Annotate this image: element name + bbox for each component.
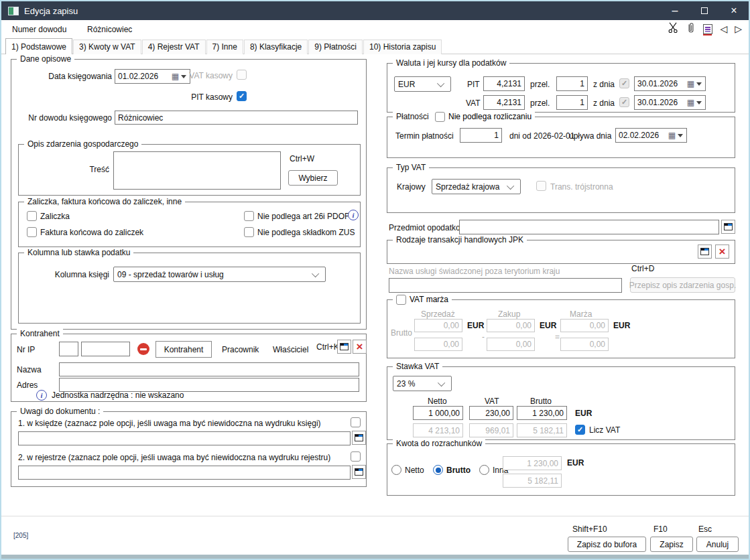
brutto-pln-input — [517, 423, 567, 437]
marza-sprzedaz-1-input — [414, 319, 462, 332]
close-button[interactable]: × — [719, 1, 749, 20]
vat-marza-checkbox[interactable] — [396, 295, 406, 305]
group-title: Płatności — [393, 112, 432, 122]
wybierz-button[interactable]: Wybierz — [288, 170, 338, 186]
licz-vat-checkbox[interactable] — [575, 425, 585, 435]
tab-platnosci[interactable]: 9) Płatności — [308, 40, 363, 54]
col-netto-header: Netto — [428, 397, 447, 406]
radio-brutto[interactable] — [433, 465, 443, 475]
przel-label: przel. — [530, 98, 550, 108]
group-title: Kolumna lub stawka podatku — [24, 248, 133, 258]
vat-input[interactable] — [469, 406, 513, 420]
faktura-koncowa-checkbox[interactable] — [27, 227, 37, 237]
maximize-button[interactable] — [690, 1, 719, 20]
nazwa-uslugi-input[interactable] — [389, 278, 622, 293]
next-record-button[interactable]: ▷ — [735, 24, 742, 33]
cancel-button[interactable]: Anuluj — [696, 537, 739, 552]
attachment-icon[interactable] — [686, 22, 696, 36]
group-title: Zaliczka, faktura końcowa do zaliczek, i… — [24, 197, 185, 207]
adres-input[interactable] — [59, 378, 359, 392]
pit-rate-date-input[interactable]: 30.01.2026 ▦ — [634, 76, 706, 91]
window-icon — [340, 343, 349, 350]
pit-kasowy-label: PIT kasowy — [149, 92, 233, 102]
termin-platnosci-input[interactable] — [460, 128, 502, 143]
tab-rejestr-vat[interactable]: 4) Rejestr VAT — [142, 40, 206, 54]
brutto-input[interactable] — [517, 406, 567, 420]
previous-record-button[interactable]: ◁ — [720, 24, 727, 33]
pit-mult-input[interactable] — [556, 76, 588, 91]
pit-kasowy-checkbox[interactable] — [237, 91, 247, 101]
kontrahent-type-pracownik[interactable]: Pracownik — [222, 345, 259, 354]
netto-input[interactable] — [413, 406, 463, 420]
currency-select[interactable]: EUR — [394, 76, 451, 92]
kolumna-ksiegi-select[interactable]: 09 - sprzedaż towarów i usług — [113, 267, 326, 282]
uwaga-ksiega-checkbox[interactable] — [351, 417, 361, 427]
uwaga-ksiega-open-button[interactable] — [352, 431, 366, 445]
jpk-open-button[interactable] — [698, 244, 712, 259]
kontrahent-type-wlasciciel[interactable]: Właściciel — [273, 345, 308, 354]
typ-vat-select[interactable]: Sprzedaż krajowa — [432, 179, 521, 194]
radio-brutto-label: Brutto — [446, 466, 471, 475]
radio-inna[interactable] — [479, 465, 489, 475]
tab-inne[interactable]: 7) Inne — [206, 40, 243, 54]
info-icon[interactable]: i — [348, 210, 359, 220]
stawka-vat-select[interactable]: 23 % — [393, 376, 452, 391]
remove-contractor-button[interactable]: × — [353, 340, 367, 354]
date-value: 02.02.2026 — [619, 131, 668, 140]
uwaga-rejestr-open-button[interactable] — [352, 465, 366, 479]
radio-netto[interactable] — [391, 465, 401, 475]
trans-trojstronna-label: Trans. trójstronna — [550, 182, 613, 192]
save-button[interactable]: Zapisz — [650, 537, 693, 552]
posting-date-label: Data księgowania — [18, 72, 112, 81]
col-zakup-header: Zakup — [498, 309, 520, 319]
uwaga-rejestr-label: 2. w rejestrze (zaznacz pole opcji, jeśl… — [18, 453, 330, 462]
dropdown-arrow-icon — [678, 134, 683, 137]
cut-icon[interactable] — [668, 22, 679, 36]
tab-historia-zapisu[interactable]: 10) Historia zapisu — [363, 40, 442, 54]
selected-value: EUR — [398, 80, 415, 89]
save-shortcut-label: F10 — [653, 524, 668, 534]
date-value: 30.01.2026 — [637, 98, 687, 107]
vat-mult-input[interactable] — [556, 95, 588, 110]
nr-ip-prefix-input[interactable] — [59, 342, 78, 356]
zaliczka-checkbox[interactable] — [27, 211, 37, 221]
bottom-strip — [1, 555, 749, 559]
doc-proof-number-input[interactable] — [115, 111, 358, 125]
minimize-button[interactable]: – — [660, 1, 690, 20]
nazwa-label: Nazwa — [17, 365, 42, 374]
group-stawka-vat: Stawka VAT 23 % Netto VAT Brutto EUR Lic… — [387, 366, 735, 440]
group-title: Kwota do rozrachunków — [393, 439, 485, 449]
info-icon: i — [36, 390, 47, 401]
nie-podlega-rozliczaniu-checkbox[interactable] — [435, 112, 445, 122]
kontrahent-type-selected[interactable]: Kontrahent — [155, 341, 212, 358]
clear-contractor-icon[interactable] — [137, 343, 149, 355]
nr-ip-input[interactable] — [81, 342, 130, 356]
jpk-remove-button[interactable]: × — [715, 244, 729, 259]
save-to-buffer-button[interactable]: Zapisz do bufora — [568, 537, 646, 552]
zus-checkbox[interactable] — [244, 227, 254, 237]
tab-klasyfikacje[interactable]: 8) Klasyfikacje — [244, 40, 308, 54]
group-kontrahent: Kontrahent Nr IP Kontrahent Pracownik Wł… — [11, 334, 367, 402]
vat-rate-input[interactable] — [483, 95, 525, 110]
nazwa-input[interactable] — [59, 362, 359, 376]
group-jpk: Rodzaje transakcji handlowych JPK × — [387, 240, 735, 264]
vat-rate-date-input[interactable]: 30.01.2026 ▦ — [634, 95, 706, 110]
footer-separator — [1, 516, 749, 516]
tresc-textarea[interactable] — [113, 151, 281, 190]
due-date-input[interactable]: 02.02.2026 ▦ — [615, 128, 687, 143]
uwaga-rejestr-input[interactable] — [18, 466, 351, 480]
col-brutto-header: Brutto — [530, 397, 552, 406]
group-title: Waluta i jej kursy dla podatków — [393, 58, 509, 68]
open-contractor-list-button[interactable] — [337, 340, 351, 354]
uwaga-rejestr-checkbox[interactable] — [351, 451, 361, 462]
tab-kwoty-w-vat[interactable]: 3) Kwoty w VAT — [73, 40, 141, 54]
note-icon[interactable] — [703, 24, 712, 34]
doc-number-value: Różnicowiec — [87, 25, 132, 34]
pit-rate-input[interactable] — [483, 76, 525, 91]
tab-podstawowe[interactable]: 1) Podstawowe — [5, 38, 72, 54]
przedmiot-input[interactable] — [459, 220, 719, 234]
uwaga-ksiega-input[interactable] — [18, 431, 351, 445]
pdof-checkbox[interactable] — [244, 211, 254, 221]
marza-marza-1-input — [560, 319, 609, 332]
przedmiot-open-button[interactable] — [721, 220, 735, 234]
